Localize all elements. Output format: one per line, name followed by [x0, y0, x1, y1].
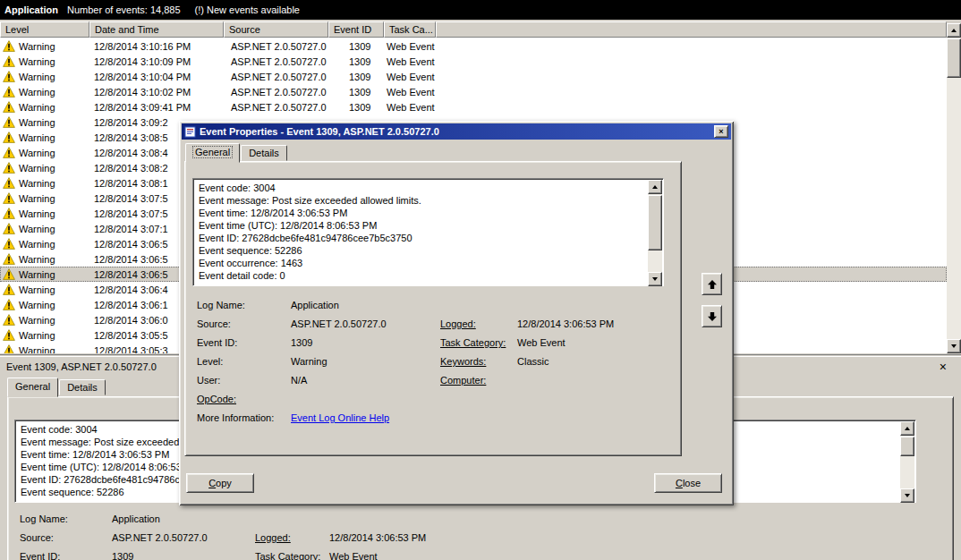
preview-tab-general[interactable]: General: [7, 378, 58, 397]
scroll-thumb[interactable]: [648, 195, 662, 250]
dialog-close-button[interactable]: ×: [714, 125, 728, 138]
level-label: Level:: [197, 356, 291, 367]
event-log-online-help-link[interactable]: Event Log Online Help: [291, 412, 389, 423]
level-label: Warning: [19, 239, 55, 250]
scroll-down-button[interactable]: [648, 272, 662, 286]
event-row[interactable]: Warning 12/8/2014 3:10:02 PM ASP.NET 2.0…: [0, 84, 947, 99]
column-header-source[interactable]: Source: [224, 21, 328, 38]
column-header-date-and-time[interactable]: Date and Time: [89, 21, 224, 38]
log-name-value: Application: [112, 513, 255, 524]
dialog-titlebar[interactable]: Event Properties - Event 1309, ASP.NET 2…: [182, 123, 731, 140]
keywords-value: Classic: [517, 356, 675, 367]
level-cell: Warning: [0, 40, 89, 52]
level-label: Warning: [19, 56, 55, 67]
level-label: Warning: [19, 87, 55, 98]
level-cell: Warning: [0, 238, 89, 250]
level-label: Warning: [19, 41, 55, 52]
dialog-title: Event Properties - Event 1309, ASP.NET 2…: [200, 126, 714, 137]
opcode-label: OpCode:: [197, 394, 291, 404]
level-label: Warning: [19, 224, 55, 234]
close-icon[interactable]: ×: [940, 361, 947, 372]
warning-icon: [3, 86, 15, 98]
warning-icon: [3, 299, 15, 310]
event-id-cell: 1309: [328, 41, 384, 52]
warning-icon: [3, 101, 15, 113]
level-label: Warning: [19, 148, 55, 158]
column-header-event-id[interactable]: Event ID: [328, 21, 384, 38]
level-cell: Warning: [0, 86, 89, 98]
column-header-task-category[interactable]: Task Ca...: [384, 21, 436, 38]
top-bar: Application Number of events: 14,885 (!)…: [0, 0, 961, 20]
level-label: Warning: [19, 315, 55, 326]
warning-icon: [3, 40, 15, 52]
level-cell: Warning: [0, 71, 89, 82]
keywords-label: Keywords:: [440, 356, 517, 367]
event-id-value: 1309: [112, 551, 255, 560]
warning-icon: [3, 344, 15, 353]
level-cell: Warning: [0, 329, 89, 341]
event-row[interactable]: Warning 12/8/2014 3:10:16 PM ASP.NET 2.0…: [0, 38, 947, 54]
level-label: Warning: [19, 254, 55, 265]
source-cell: ASP.NET 2.0.50727.0: [224, 72, 328, 82]
logged-value: 12/8/2014 3:06:53 PM: [329, 532, 914, 543]
preview-text-scrollbar[interactable]: [900, 421, 914, 503]
warning-icon: [3, 162, 15, 174]
datetime-cell: 12/8/2014 3:09:41 PM: [89, 102, 224, 113]
events-count-status: Number of events: 14,885: [67, 4, 181, 15]
warning-icon: [3, 223, 15, 234]
column-header-level[interactable]: Level: [0, 21, 89, 38]
warning-icon: [3, 329, 15, 341]
triangle-up-icon: [951, 29, 957, 32]
previous-event-button[interactable]: [702, 273, 722, 295]
warning-icon: [3, 177, 15, 189]
level-label: Warning: [19, 72, 55, 82]
level-cell: Warning: [0, 132, 89, 143]
warning-icon: [3, 116, 15, 128]
computer-label: Computer:: [440, 375, 517, 386]
next-event-button[interactable]: [702, 305, 722, 327]
source-value: ASP.NET 2.0.50727.0: [112, 532, 255, 543]
event-list-scrollbar[interactable]: [947, 23, 961, 353]
level-cell: Warning: [0, 223, 89, 234]
warning-icon: [3, 238, 15, 250]
source-cell: ASP.NET 2.0.50727.0: [224, 87, 328, 98]
dialog-fields: Log Name: Application Source: ASP.NET 2.…: [197, 300, 675, 431]
close-button[interactable]: Close: [654, 473, 722, 493]
scroll-thumb[interactable]: [947, 38, 961, 78]
level-label: Warning: [19, 284, 55, 295]
task-category-label: Task Category:: [255, 551, 329, 560]
event-row[interactable]: Warning 12/8/2014 3:10:09 PM ASP.NET 2.0…: [0, 54, 947, 69]
triangle-down-icon: [652, 277, 658, 281]
scroll-up-button[interactable]: [900, 421, 914, 436]
task-category-cell: Web Event: [384, 102, 436, 113]
warning-icon: [3, 71, 15, 82]
datetime-cell: 12/8/2014 3:10:16 PM: [89, 41, 224, 52]
copy-button[interactable]: Copy: [186, 473, 254, 493]
event-text: Event code: 3004Event message: Post size…: [194, 180, 647, 284]
scroll-thumb[interactable]: [900, 437, 914, 456]
scroll-up-button[interactable]: [648, 180, 662, 194]
scroll-up-button[interactable]: [947, 23, 961, 38]
preview-tab-details[interactable]: Details: [59, 379, 106, 395]
log-name-label: Log Name:: [197, 300, 291, 310]
level-cell: Warning: [0, 284, 89, 295]
source-cell: ASP.NET 2.0.50727.0: [224, 41, 328, 52]
warning-icon: [3, 132, 15, 143]
dialog-tabs: General Details: [185, 143, 288, 163]
dialog-tab-details[interactable]: Details: [241, 145, 287, 161]
scroll-down-button[interactable]: [900, 488, 914, 503]
event-row[interactable]: Warning 12/8/2014 3:10:04 PM ASP.NET 2.0…: [0, 69, 947, 84]
task-category-cell: Web Event: [384, 87, 436, 98]
level-label: Warning: [19, 208, 55, 219]
new-events-alert: (!) New events available: [195, 4, 300, 15]
event-text-scrollbar[interactable]: [648, 180, 662, 286]
event-text-area[interactable]: Event code: 3004Event message: Post size…: [192, 178, 664, 286]
event-id-cell: 1309: [328, 87, 384, 98]
event-row[interactable]: Warning 12/8/2014 3:09:41 PM ASP.NET 2.0…: [0, 99, 947, 115]
dialog-tab-general[interactable]: General: [185, 143, 240, 163]
datetime-cell: 12/8/2014 3:10:02 PM: [89, 87, 224, 98]
event-id-cell: 1309: [328, 72, 384, 82]
scroll-down-button[interactable]: [947, 339, 961, 353]
tab-label: General: [15, 381, 50, 392]
task-category-label: Task Category:: [440, 337, 517, 348]
